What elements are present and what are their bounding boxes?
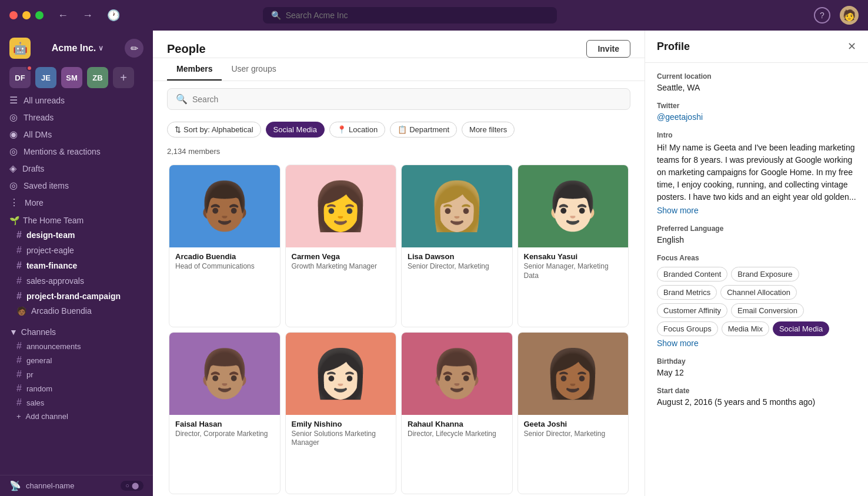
invite-button[interactable]: Invite (586, 40, 630, 58)
focus-tag-focus-groups[interactable]: Focus Groups (657, 321, 718, 336)
channels-section[interactable]: ▼ Channels (0, 323, 153, 339)
member-photo-5: 👩🏻 (286, 333, 396, 415)
workspace-name[interactable]: Acme Inc. ∨ (52, 43, 104, 53)
sidebar-item-drafts[interactable]: ◈ Drafts (0, 160, 153, 177)
sidebar-person-arcadio[interactable]: 🧑🏾 Arcadio Buendia (0, 304, 153, 318)
member-card-2[interactable]: 👩🏼 Lisa Dawson Senior Director, Marketin… (401, 165, 513, 327)
tab-members[interactable]: Members (167, 58, 222, 81)
profile-location-section: Current location Seattle, WA (657, 72, 856, 92)
focus-tag-brand-metrics[interactable]: Brand Metrics (657, 285, 717, 300)
forward-button[interactable]: → (78, 6, 98, 24)
intro-show-more[interactable]: Show more (657, 206, 856, 215)
avatar-je[interactable]: JE (35, 67, 56, 88)
sort-button[interactable]: ⇅ Sort by: Alphabetical (167, 122, 261, 138)
focus-tag-email-conversion[interactable]: Email Conversion (731, 303, 804, 318)
member-photo-3: 👨🏻 (518, 165, 629, 247)
hash-icon: # (16, 397, 22, 408)
sidebar-channel-pr[interactable]: # pr (0, 367, 153, 381)
maximize-dot[interactable] (35, 11, 44, 19)
back-button[interactable]: ← (53, 6, 73, 24)
sidebar-channel-project-brand[interactable]: # project-brand-campaign (0, 289, 153, 304)
sidebar-item-threads[interactable]: ◎ Threads (0, 109, 153, 126)
sidebar-item-all-unreads[interactable]: ☰ All unreads (0, 92, 153, 109)
hash-icon: # (16, 355, 22, 366)
threads-icon: ◎ (9, 112, 18, 123)
compose-button[interactable]: ✏ (125, 39, 143, 58)
workspace-logo: 🤖 (9, 38, 31, 59)
focus-tag-media-mix[interactable]: Media Mix (722, 321, 769, 336)
member-photo-1: 👩 (286, 165, 396, 247)
sidebar: 🤖 Acme Inc. ∨ ✏ DF JE SM ZB + ☰ All unre… (0, 31, 153, 496)
more-filters-button[interactable]: More filters (462, 122, 515, 138)
profile-close-button[interactable]: ✕ (847, 40, 856, 53)
all-unreads-icon: ☰ (9, 95, 18, 106)
home-team-section[interactable]: 🌱 The Home Team (0, 211, 153, 227)
avatar-sm[interactable]: SM (61, 67, 82, 88)
sidebar-item-saved[interactable]: ◎ Saved items (0, 177, 153, 194)
window-controls (9, 11, 44, 19)
member-card-7[interactable]: 👩🏾 Geeta Joshi Senior Director, Marketin… (518, 332, 629, 495)
add-channel-button[interactable]: + Add channel (0, 410, 153, 423)
tab-user-groups[interactable]: User groups (222, 58, 285, 81)
toggle-off-icon: ○ (125, 482, 129, 490)
search-icon: 🔍 (271, 11, 281, 20)
profile-panel: Profile ✕ Current location Seattle, WA T… (645, 31, 868, 496)
member-info-1: Carmen Vega Growth Marketing Manager (286, 247, 396, 276)
sidebar-channel-sales[interactable]: # sales (0, 396, 153, 410)
hash-icon: # (16, 245, 22, 256)
avatar-df[interactable]: DF (9, 67, 31, 88)
sidebar-channel-sales-approvals[interactable]: # sales-approvals (0, 273, 153, 289)
filter-social-media[interactable]: Social Media (266, 122, 325, 138)
toggle-pill[interactable]: ○ ⬤ (121, 481, 143, 491)
member-card-1[interactable]: 👩 Carmen Vega Growth Marketing Manager (285, 165, 397, 327)
minimize-dot[interactable] (22, 11, 31, 19)
profile-language-section: Preferred Language English (657, 224, 856, 244)
member-info-6: Rahaul Khanna Director, Lifecycle Market… (402, 415, 512, 444)
history-button[interactable]: 🕐 (102, 6, 125, 24)
sidebar-channel-announcements[interactable]: # announcements (0, 339, 153, 353)
focus-tag-brand-exposure[interactable]: Brand Exposure (731, 267, 799, 281)
sidebar-bottom: 📡 channel-name ○ ⬤ (0, 475, 153, 496)
focus-tag-channel-allocation[interactable]: Channel Allocation (720, 285, 797, 300)
member-card-3[interactable]: 👨🏻 Kensaku Yasui Senior Manager, Marketi… (518, 165, 629, 327)
workspace-chevron-icon: ∨ (98, 44, 104, 52)
global-search-input[interactable] (286, 11, 549, 20)
close-dot[interactable] (9, 11, 18, 19)
member-info-2: Lisa Dawson Senior Director, Marketing (402, 247, 512, 276)
bottom-channel-name[interactable]: channel-name (26, 481, 116, 490)
sidebar-item-all-dms[interactable]: ◉ All DMs (0, 126, 153, 143)
twitter-link[interactable]: @geetajoshi (657, 112, 856, 122)
member-card-6[interactable]: 👨🏽 Rahaul Khanna Director, Lifecycle Mar… (401, 332, 513, 495)
sort-icon: ⇅ (175, 125, 181, 134)
members-count: 2,134 members (153, 145, 645, 163)
avatar-zb[interactable]: ZB (87, 67, 108, 88)
sidebar-channel-random[interactable]: # random (0, 381, 153, 396)
filter-department[interactable]: 📋 Department (390, 122, 457, 138)
member-card-4[interactable]: 👨🏽 Faisal Hasan Director, Corporate Mark… (169, 332, 281, 495)
focus-tag-branded-content[interactable]: Branded Content (657, 267, 727, 281)
focus-show-more[interactable]: Show more (657, 339, 856, 348)
search-icon: 🔍 (176, 93, 188, 105)
member-info-4: Faisal Hasan Director, Corporate Marketi… (169, 415, 280, 444)
content-header: People Invite (153, 31, 645, 58)
members-search-input[interactable] (192, 95, 622, 104)
members-search-wrapper[interactable]: 🔍 (167, 88, 630, 110)
sidebar-channel-design-team[interactable]: # design-team (0, 227, 153, 243)
focus-tag-social-media[interactable]: Social Media (773, 321, 829, 336)
member-card-5[interactable]: 👩🏻 Emily Nishino Senior Solutions Market… (285, 332, 397, 495)
sidebar-item-more[interactable]: ⋮ More (0, 194, 153, 211)
member-card-0[interactable]: 👨🏾 Arcadio Buendia Head of Communication… (169, 165, 281, 327)
user-avatar[interactable]: 🧑 (840, 6, 859, 25)
focus-tag-customer-affinity[interactable]: Customer Affinity (657, 303, 727, 318)
global-search-bar[interactable]: 🔍 (263, 7, 557, 24)
plus-icon: + (16, 412, 21, 421)
more-icon: ⋮ (9, 197, 19, 208)
filter-location[interactable]: 📍 Location (329, 122, 385, 138)
help-button[interactable]: ? (814, 7, 830, 24)
add-workspace-button[interactable]: + (113, 67, 134, 88)
all-dms-icon: ◉ (9, 129, 18, 140)
sidebar-item-mentions[interactable]: ◎ Mentions & reactions (0, 143, 153, 160)
sidebar-channel-general[interactable]: # general (0, 353, 153, 367)
sidebar-channel-project-eagle[interactable]: # project-eagle (0, 243, 153, 258)
sidebar-channel-team-finance[interactable]: # team-finance (0, 258, 153, 273)
